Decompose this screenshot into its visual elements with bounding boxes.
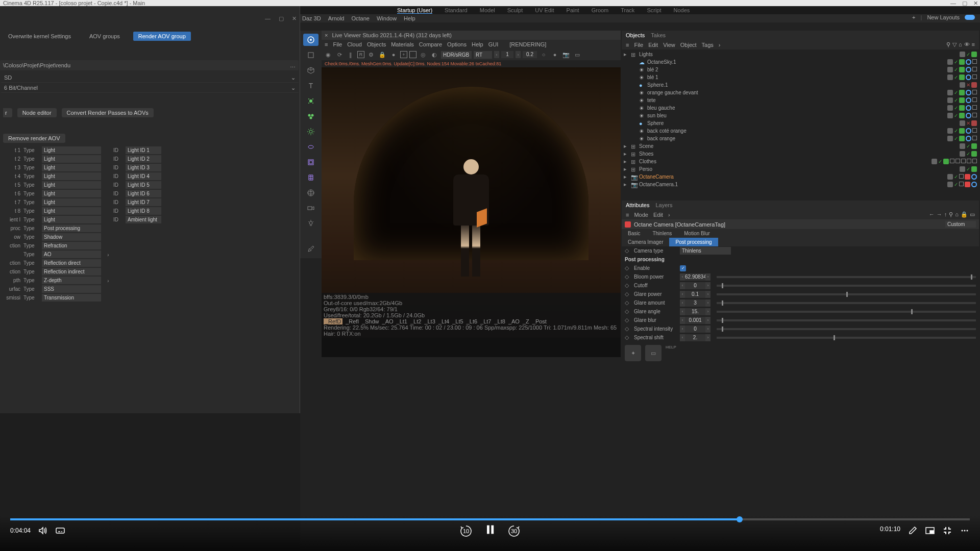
target-tag-icon[interactable]	[966, 90, 971, 95]
tab-aov-groups[interactable]: AOV groups	[84, 32, 125, 41]
viewer-menu-item[interactable]: Materials	[391, 41, 414, 47]
visibility-on-icon[interactable]: ✓	[954, 67, 958, 72]
render-mode-select[interactable]: RT	[474, 51, 492, 59]
tab-takes[interactable]: Takes	[651, 32, 666, 38]
render-dot-icon[interactable]	[959, 74, 965, 80]
target-tag-icon[interactable]	[966, 105, 971, 111]
tag-icon[interactable]	[947, 174, 953, 180]
render-dot-icon[interactable]	[959, 105, 965, 111]
aov-type-select[interactable]: AO	[42, 251, 101, 258]
param-slider[interactable]	[717, 276, 976, 278]
spin-down-button[interactable]: ‹	[680, 317, 685, 324]
enable-checkbox[interactable]: ✓	[680, 265, 686, 271]
key-icon[interactable]: ◇	[625, 273, 631, 280]
clay-icon[interactable]: ◐	[430, 50, 439, 59]
tag-sq-icon[interactable]	[955, 159, 960, 163]
tree-row[interactable]: ▸⊞Clothes✓	[624, 158, 977, 165]
subtab-camera-imager[interactable]: Camera Imager	[622, 238, 669, 246]
visibility-on-icon[interactable]: ✓	[938, 159, 942, 164]
expand-arrow-icon[interactable]: ›	[107, 252, 109, 258]
tree-row[interactable]: ●Sphere✕	[624, 119, 977, 127]
expand-icon[interactable]: ▸	[624, 158, 629, 165]
viewer-menu-item[interactable]: Compare	[419, 41, 442, 47]
tag-sq-icon[interactable]	[961, 159, 966, 163]
object-name[interactable]: sun bleu	[647, 113, 945, 118]
aov-id-select[interactable]: Light ID 1	[126, 146, 161, 154]
aov-id-select[interactable]: Light ID 6	[126, 190, 161, 197]
aov-id-select[interactable]: Light ID 2	[126, 155, 161, 163]
globe-tool-icon[interactable]	[303, 187, 318, 199]
spin-down-button[interactable]: ‹	[680, 334, 685, 341]
nav-up-icon[interactable]: ↑	[944, 211, 947, 218]
visibility-on-icon[interactable]: ✓	[966, 166, 970, 172]
tag-icon[interactable]	[947, 136, 953, 141]
aov-type-select[interactable]: Light	[42, 164, 101, 171]
aov-type-select[interactable]: Light	[42, 172, 101, 180]
render-viewport[interactable]: bffs:3839.3/0/0mb Out-of-core used/max:2…	[322, 67, 621, 338]
tree-row[interactable]: ☀back orange✓	[624, 135, 977, 142]
aov-id-select[interactable]: Light ID 3	[126, 164, 161, 171]
tag-icon[interactable]	[947, 67, 953, 72]
render-pass-tab[interactable]: _Lt2	[410, 318, 421, 324]
target-tag-icon[interactable]	[966, 136, 971, 141]
render-pass-tab[interactable]: _Lt5	[452, 318, 463, 324]
visibility-on-icon[interactable]: ✓	[954, 174, 958, 180]
render-dot-icon[interactable]	[971, 52, 977, 57]
spin-up-button[interactable]: ›	[705, 282, 710, 289]
tag-square-icon[interactable]	[972, 128, 977, 133]
layout-tab[interactable]: Model	[480, 7, 495, 13]
render-pass-tab[interactable]: _Lt8	[494, 318, 505, 324]
text-tool-icon[interactable]: T	[303, 80, 318, 92]
aov-id-select[interactable]: Light ID 7	[126, 198, 161, 206]
tag-icon[interactable]	[947, 97, 953, 103]
object-name[interactable]: OctaneCamera.1	[639, 182, 945, 187]
spin-up-button[interactable]: ›	[705, 334, 710, 341]
tag-icon[interactable]	[960, 82, 965, 88]
tree-row[interactable]: ☀back coté orange✓	[624, 127, 977, 135]
tag-square-icon[interactable]	[972, 90, 977, 94]
layout-tab[interactable]: Startup (User)	[397, 7, 432, 14]
param-value[interactable]: 0	[685, 282, 705, 289]
param-slider[interactable]	[717, 311, 976, 313]
object-name[interactable]: Sphere.1	[647, 82, 958, 88]
visibility-on-icon[interactable]: ✓	[954, 97, 958, 103]
subtab-thinlens[interactable]: Thinlens	[646, 229, 678, 238]
tree-row[interactable]: ☀blé 1✓	[624, 73, 977, 81]
app-menu-item[interactable]: Arnold	[328, 15, 345, 21]
add-icon[interactable]: +	[400, 51, 407, 58]
objects-menu-item[interactable]: ≡	[626, 42, 629, 48]
cloner-tool-icon[interactable]	[303, 110, 318, 122]
object-name[interactable]: back orange	[647, 136, 945, 141]
search-icon[interactable]: ⚲	[946, 41, 950, 48]
spin-down-button[interactable]: ‹	[680, 325, 685, 333]
target-icon[interactable]	[971, 174, 977, 180]
render-dot-icon[interactable]	[943, 159, 949, 164]
visibility-on-icon[interactable]: ✓	[954, 74, 958, 80]
render-pass-tab[interactable]: _Shdw	[362, 318, 379, 324]
preset-big-icon[interactable]: ▭	[645, 345, 662, 361]
key-icon[interactable]: ◇	[625, 317, 631, 323]
spin-up-button[interactable]: ›	[705, 308, 710, 315]
pip-icon[interactable]	[925, 525, 935, 536]
settings-icon[interactable]: ⚙	[366, 50, 376, 59]
layouts-toggle[interactable]	[965, 15, 975, 20]
edit-icon[interactable]	[908, 525, 918, 536]
param-slider[interactable]	[717, 285, 976, 287]
render-pass-tab[interactable]: _AO	[508, 318, 520, 324]
objects-menu-item[interactable]: View	[663, 42, 675, 48]
subtab-post-processing[interactable]: Post processing	[669, 238, 718, 246]
tab-overwrite-kernel[interactable]: Overwrite kernel Settings	[3, 32, 76, 41]
render-dot-icon[interactable]	[959, 97, 965, 103]
viewer-menu-item[interactable]: Help	[472, 41, 483, 47]
visibility-off-icon[interactable]: ✕	[966, 120, 970, 126]
visibility-on-icon[interactable]: ✓	[954, 128, 958, 134]
format-select[interactable]: SD	[4, 74, 12, 81]
region-icon[interactable]: R	[357, 51, 364, 58]
aov-type-select[interactable]: Light	[42, 198, 101, 206]
spin-down-button[interactable]: ‹	[680, 273, 685, 281]
tag-icon[interactable]	[947, 105, 953, 111]
deformer-tool-icon[interactable]	[303, 141, 318, 153]
app-menu-item[interactable]: Help	[404, 15, 415, 21]
spin-up-button[interactable]: ›	[705, 291, 710, 298]
aov-type-select[interactable]: Transmission	[42, 294, 101, 302]
